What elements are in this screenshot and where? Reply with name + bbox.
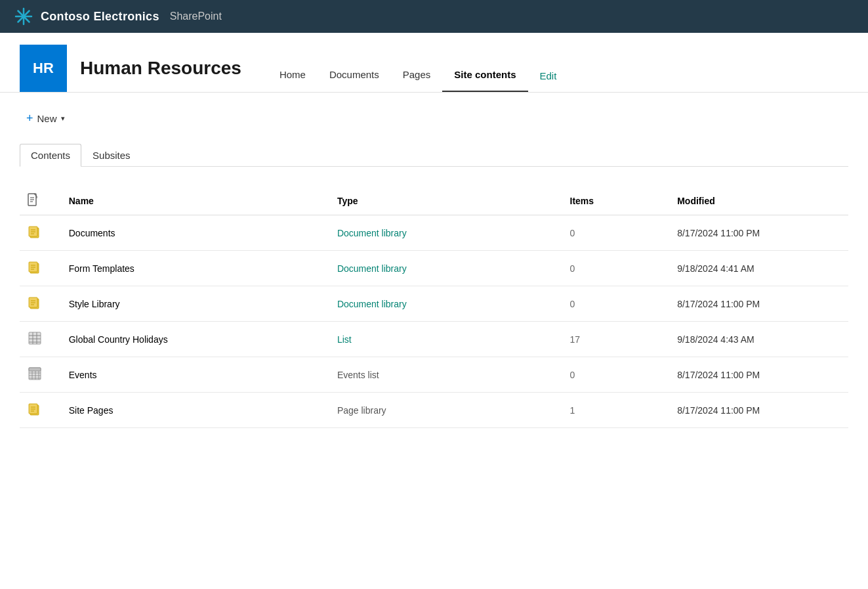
row-name[interactable]: Documents xyxy=(61,215,329,251)
topbar: Contoso Electronics SharePoint xyxy=(0,0,868,33)
row-modified: 8/17/2024 11:00 PM xyxy=(669,357,848,393)
row-icon-cell xyxy=(20,322,61,357)
chevron-down-icon: ▾ xyxy=(61,114,65,123)
row-icon-cell xyxy=(20,251,61,286)
row-name[interactable]: Site Pages xyxy=(61,393,329,428)
tab-subsites[interactable]: Subsites xyxy=(81,144,142,167)
col-header-items: Items xyxy=(562,186,670,215)
site-header: HR Human Resources Home Documents Pages … xyxy=(0,33,868,93)
row-name[interactable]: Style Library xyxy=(61,286,329,322)
row-modified: 8/17/2024 11:00 PM xyxy=(669,215,848,251)
table-row[interactable]: Form Templates Document library 0 9/18/2… xyxy=(20,251,848,286)
row-icon-cell xyxy=(20,215,61,251)
topbar-product: SharePoint xyxy=(170,11,222,22)
tabs-section: Contents Subsites xyxy=(20,144,848,167)
table-row[interactable]: Style Library Document library 0 8/17/20… xyxy=(20,286,848,322)
col-header-name: Name xyxy=(61,186,329,215)
new-button-label: New xyxy=(37,113,57,124)
row-type: List xyxy=(329,322,562,357)
nav-item-home[interactable]: Home xyxy=(268,45,318,92)
new-button[interactable]: + New ▾ xyxy=(20,108,72,128)
nav-item-documents[interactable]: Documents xyxy=(318,45,391,92)
topbar-app-name: Contoso Electronics xyxy=(41,10,159,24)
row-type: Document library xyxy=(329,251,562,286)
row-type: Document library xyxy=(329,286,562,322)
col-header-type: Type xyxy=(329,186,562,215)
col-header-icon xyxy=(20,186,61,215)
row-type: Document library xyxy=(329,215,562,251)
table-header-row: Name Type Items Modified xyxy=(20,186,848,215)
table-row[interactable]: Documents Document library 0 8/17/2024 1… xyxy=(20,215,848,251)
row-items: 0 xyxy=(562,286,670,322)
row-type: Page library xyxy=(329,393,562,428)
nav-item-edit[interactable]: Edit xyxy=(528,45,569,92)
content-area: + New ▾ Contents Subsites xyxy=(0,93,868,444)
row-icon-cell xyxy=(20,357,61,393)
site-title: Human Resources xyxy=(80,58,241,79)
plus-icon: + xyxy=(26,112,33,124)
file-header-icon xyxy=(28,193,39,206)
table-row[interactable]: Global Country Holidays List 17 9/18/202… xyxy=(20,322,848,357)
nav-item-site-contents[interactable]: Site contents xyxy=(442,45,527,92)
row-items: 0 xyxy=(562,357,670,393)
row-items: 0 xyxy=(562,251,670,286)
table-section: Name Type Items Modified Documents Docum… xyxy=(20,186,848,428)
row-icon-cell xyxy=(20,393,61,428)
col-header-modified: Modified xyxy=(669,186,848,215)
row-icon-cell xyxy=(20,286,61,322)
row-items: 17 xyxy=(562,322,670,357)
table-row[interactable]: Events Events list 0 8/17/2024 11:00 PM xyxy=(20,357,848,393)
tabs-bar: Contents Subsites xyxy=(20,144,848,167)
contoso-logo-icon xyxy=(13,6,34,27)
tab-contents[interactable]: Contents xyxy=(20,144,81,167)
row-modified: 9/18/2024 4:43 AM xyxy=(669,322,848,357)
row-name[interactable]: Form Templates xyxy=(61,251,329,286)
svg-rect-32 xyxy=(29,368,41,371)
site-logo: HR xyxy=(20,45,67,92)
table-row[interactable]: Site Pages Page library 1 8/17/2024 11:0… xyxy=(20,393,848,428)
row-items: 1 xyxy=(562,393,670,428)
nav-item-pages[interactable]: Pages xyxy=(391,45,443,92)
row-items: 0 xyxy=(562,215,670,251)
contents-table: Name Type Items Modified Documents Docum… xyxy=(20,186,848,428)
topbar-logo[interactable]: Contoso Electronics xyxy=(13,6,159,27)
row-modified: 9/18/2024 4:41 AM xyxy=(669,251,848,286)
row-modified: 8/17/2024 11:00 PM xyxy=(669,393,848,428)
row-type: Events list xyxy=(329,357,562,393)
site-nav: Home Documents Pages Site contents Edit xyxy=(268,45,568,92)
row-name[interactable]: Events xyxy=(61,357,329,393)
row-modified: 8/17/2024 11:00 PM xyxy=(669,286,848,322)
row-name[interactable]: Global Country Holidays xyxy=(61,322,329,357)
svg-point-5 xyxy=(22,14,26,18)
